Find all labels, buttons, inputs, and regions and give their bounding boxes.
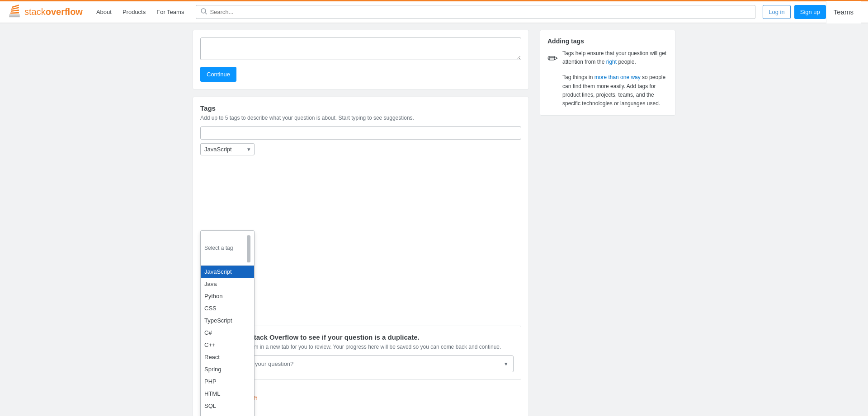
tags-title: Tags xyxy=(200,104,521,112)
dropdown-item-java[interactable]: Java xyxy=(201,278,254,290)
search-bar xyxy=(196,5,755,19)
tags-section: Tags Add up to 5 tags to describe what y… xyxy=(193,97,529,416)
dropdown-item-typescript[interactable]: TypeScript xyxy=(201,314,254,327)
dropdown-header: Select a tag xyxy=(201,231,254,266)
scrollbar-thumb[interactable] xyxy=(247,235,250,262)
dropdown-item-php[interactable]: PHP xyxy=(201,375,254,388)
svg-rect-2 xyxy=(10,12,19,14)
sidebar-highlight-more: more than one way xyxy=(594,74,641,80)
tags-description: Add up to 5 tags to describe what your q… xyxy=(200,115,521,121)
chevron-down-icon: ▾ xyxy=(247,146,250,153)
continue-section: Continue xyxy=(193,30,529,89)
nav-products[interactable]: Products xyxy=(118,6,150,18)
dropdown-item-python[interactable]: Python xyxy=(201,290,254,302)
right-column: Adding tags ✏ Tags help ensure that your… xyxy=(540,30,675,416)
main-content: Continue Tags Add up to 5 tags to descri… xyxy=(185,23,683,416)
tag-selector-value: JavaScript xyxy=(204,146,232,153)
nav-links: About Products For Teams xyxy=(92,6,189,18)
tag-dropdown: Select a tag JavaScript Java Python CSS … xyxy=(200,230,255,416)
svg-rect-0 xyxy=(9,14,19,16)
dropdown-item-css[interactable]: CSS xyxy=(201,302,254,314)
tags-input[interactable] xyxy=(204,130,517,136)
sidebar-text-1: Tags help ensure that your question will… xyxy=(562,49,668,66)
dropdown-item-javascript[interactable]: JavaScript xyxy=(201,266,254,278)
teams-tab[interactable]: Teams xyxy=(826,1,861,23)
dropdown-item-sql[interactable]: SQL xyxy=(201,400,254,412)
pencil-icon: ✏ xyxy=(547,51,558,66)
dropdown-item-csharp[interactable]: C# xyxy=(201,327,254,339)
sidebar-text-2: Tag things in more than one way so peopl… xyxy=(562,73,668,108)
dropdown-item-nodejs[interactable]: node.js xyxy=(201,412,254,416)
search-icon xyxy=(201,8,207,16)
dropdown-item-spring[interactable]: Spring xyxy=(201,363,254,375)
svg-line-7 xyxy=(205,13,207,14)
tags-input-row xyxy=(200,126,521,140)
dropdown-item-react[interactable]: React xyxy=(201,351,254,363)
logo-text: stackoverflow xyxy=(24,7,83,17)
dropdown-item-cpp[interactable]: C++ xyxy=(201,339,254,351)
auth-buttons: Log in Sign up xyxy=(763,5,826,19)
sidebar-highlight-right: right xyxy=(606,59,617,65)
login-button[interactable]: Log in xyxy=(763,5,790,19)
tag-dropdown-list: Select a tag JavaScript Java Python CSS … xyxy=(200,230,255,416)
adding-tags-box: Adding tags ✏ Tags help ensure that your… xyxy=(540,30,675,116)
adding-tags-title: Adding tags xyxy=(547,37,668,45)
dropdown-item-html[interactable]: HTML xyxy=(201,388,254,400)
svg-rect-3 xyxy=(11,9,19,12)
select-tag-label: Select a tag xyxy=(204,245,233,251)
tag-selector[interactable]: JavaScript ▾ xyxy=(200,143,255,155)
left-column: Continue Tags Add up to 5 tags to descri… xyxy=(193,30,529,416)
signup-button[interactable]: Sign up xyxy=(794,5,826,19)
dropdown-items: JavaScript Java Python CSS TypeScript C#… xyxy=(201,266,254,416)
svg-rect-1 xyxy=(9,16,19,18)
continue-button[interactable]: Continue xyxy=(200,67,236,82)
logo[interactable]: stackoverflow xyxy=(7,4,83,20)
topbar: stackoverflow About Products For Teams L… xyxy=(0,0,868,23)
chevron-down-icon: ▾ xyxy=(505,360,508,367)
search-input[interactable] xyxy=(210,9,750,15)
nav-for-teams[interactable]: For Teams xyxy=(152,6,189,18)
body-input[interactable] xyxy=(200,37,521,60)
nav-about[interactable]: About xyxy=(92,6,116,18)
